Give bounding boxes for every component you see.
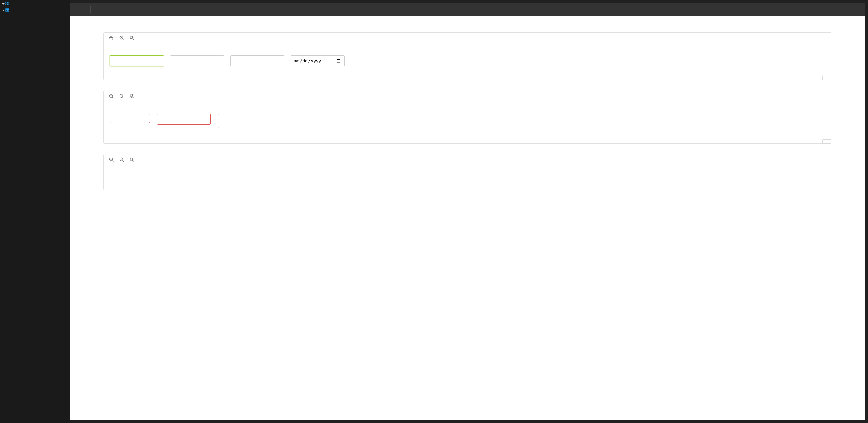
svg-line-9 — [113, 39, 114, 40]
tab-separator — [90, 6, 91, 13]
error-small-input[interactable] — [110, 114, 150, 123]
svg-rect-5 — [7, 8, 8, 10]
zoom-out-icon[interactable] — [119, 157, 124, 162]
svg-rect-6 — [6, 10, 7, 11]
preview-toolbar — [103, 154, 831, 165]
show-code-button[interactable] — [822, 76, 832, 80]
caret-down-icon — [2, 8, 5, 11]
error-large-input[interactable] — [218, 114, 281, 128]
svg-line-22 — [123, 97, 124, 98]
zoom-reset-icon[interactable] — [130, 157, 135, 162]
sidebar-group-checkbox[interactable] — [0, 0, 70, 6]
preview-body — [103, 165, 831, 190]
preview-body — [103, 102, 831, 143]
svg-rect-4 — [6, 8, 7, 10]
show-code-button[interactable] — [822, 139, 832, 144]
svg-line-25 — [133, 97, 134, 98]
tabs — [70, 3, 865, 17]
svg-line-27 — [113, 161, 114, 162]
svg-line-18 — [113, 97, 114, 98]
svg-line-31 — [123, 161, 124, 162]
error-medium-input[interactable] — [157, 114, 211, 125]
text-input[interactable] — [110, 56, 164, 66]
svg-line-16 — [133, 39, 134, 40]
component-icon — [5, 8, 9, 11]
zoom-in-icon[interactable] — [109, 94, 114, 99]
preview-toolbar — [103, 91, 831, 102]
tab-docs[interactable] — [81, 3, 90, 17]
zoom-reset-icon[interactable] — [130, 94, 135, 99]
caret-down-icon — [2, 2, 5, 5]
svg-rect-7 — [7, 10, 8, 11]
sidebar — [0, 0, 70, 423]
date-input[interactable] — [290, 56, 345, 66]
docs-content[interactable] — [70, 17, 865, 420]
svg-rect-1 — [7, 2, 8, 3]
preview-card-types — [103, 32, 832, 80]
svg-rect-2 — [6, 4, 7, 5]
preview-card-disabled — [103, 154, 832, 190]
preview-body — [103, 44, 831, 80]
preview-toolbar — [103, 33, 831, 44]
component-icon — [5, 2, 9, 5]
svg-line-34 — [133, 161, 134, 162]
svg-line-13 — [123, 39, 124, 40]
zoom-in-icon[interactable] — [109, 157, 114, 162]
svg-rect-3 — [7, 4, 8, 5]
sidebar-group-input[interactable] — [0, 6, 70, 13]
zoom-reset-icon[interactable] — [130, 36, 135, 40]
tab-canvas[interactable] — [73, 3, 81, 17]
svg-rect-0 — [6, 2, 7, 3]
zoom-in-icon[interactable] — [109, 36, 114, 40]
password-input[interactable] — [170, 56, 224, 66]
zoom-out-icon[interactable] — [119, 36, 124, 40]
main — [70, 0, 868, 423]
number-input[interactable] — [230, 56, 284, 66]
preview-card-status — [103, 91, 832, 144]
zoom-out-icon[interactable] — [119, 94, 124, 99]
